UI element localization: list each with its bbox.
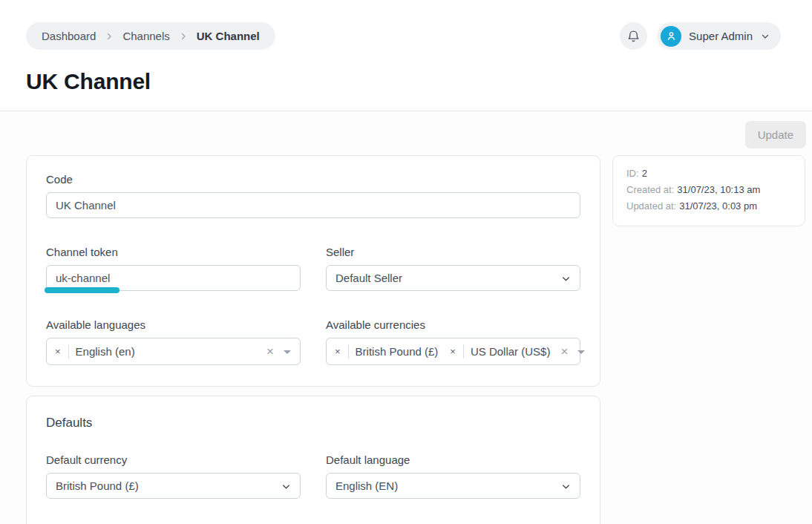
bell-icon xyxy=(626,29,641,43)
languages-currencies-row: Available languages × English (en) × xyxy=(46,318,580,365)
meta-id-label: ID: xyxy=(626,168,639,179)
dropdown-caret-icon xyxy=(284,350,291,354)
default-language-select[interactable]: English (EN) xyxy=(326,473,580,499)
token-seller-row: Channel token Seller Default Seller xyxy=(46,246,580,291)
defaults-card: Defaults Default currency British Pound … xyxy=(26,396,600,524)
meta-updated-label: Updated at: xyxy=(626,200,676,212)
main-column: Code Channel token Seller xyxy=(26,155,600,524)
language-chip: × English (en) xyxy=(53,344,135,358)
meta-created-value: 31/07/23, 10:13 am xyxy=(677,184,760,195)
channel-token-label: Channel token xyxy=(46,246,301,258)
currencies-field: Available currencies × British Pound (£)… xyxy=(326,318,580,365)
breadcrumb-channels[interactable]: Channels xyxy=(122,30,169,42)
breadcrumb-current: UK Channel xyxy=(197,30,260,42)
defaults-heading: Defaults xyxy=(46,416,580,430)
seller-field: Seller Default Seller xyxy=(326,246,580,291)
meta-id: ID:2 xyxy=(626,166,791,182)
chip-remove-button[interactable]: × xyxy=(53,347,62,356)
default-currency-field: Default currency British Pound (£) xyxy=(46,453,301,499)
token-highlight-bar xyxy=(45,287,119,293)
topbar-actions: Super Admin xyxy=(620,22,781,50)
dropdown-caret-icon xyxy=(577,350,585,354)
currencies-label: Available currencies xyxy=(326,318,580,331)
notifications-button[interactable] xyxy=(620,22,647,50)
breadcrumb-dashboard[interactable]: Dashboard xyxy=(42,30,96,42)
languages-field: Available languages × English (en) × xyxy=(46,318,301,365)
chevron-right-icon xyxy=(179,32,188,41)
meta-created: Created at:31/07/23, 10:13 am xyxy=(626,182,791,198)
person-icon xyxy=(665,30,678,42)
chevron-right-icon xyxy=(105,32,114,41)
user-name: Super Admin xyxy=(689,30,753,42)
currency-chip: × US Dollar (US$) xyxy=(448,344,550,358)
chip-remove-button[interactable]: × xyxy=(333,347,342,356)
code-label: Code xyxy=(46,173,580,186)
page-title: UK Channel xyxy=(26,69,812,94)
update-button[interactable]: Update xyxy=(745,121,806,148)
topbar: Dashboard Channels UK Channel xyxy=(0,0,812,50)
content-area: Update Code Channel token xyxy=(0,111,812,524)
meta-created-label: Created at: xyxy=(626,184,674,195)
meta-updated: Updated at:31/07/23, 0:03 pm xyxy=(626,198,791,214)
channel-form-card: Code Channel token Seller xyxy=(26,155,600,387)
languages-label: Available languages xyxy=(46,318,301,331)
default-currency-label: Default currency xyxy=(46,453,301,466)
header: Dashboard Channels UK Channel xyxy=(0,0,812,111)
default-language-field: Default language English (EN) xyxy=(326,453,580,499)
chip-remove-button[interactable]: × xyxy=(448,347,457,356)
code-field: Code xyxy=(46,173,580,218)
meta-updated-value: 31/07/23, 0:03 pm xyxy=(679,200,757,212)
chevron-down-icon xyxy=(760,31,770,42)
default-currency-select[interactable]: British Pound (£) xyxy=(46,473,301,499)
meta-id-value: 2 xyxy=(642,168,647,179)
code-input[interactable] xyxy=(46,192,580,218)
user-menu-button[interactable]: Super Admin xyxy=(657,22,781,50)
channel-detail-page: Dashboard Channels UK Channel xyxy=(0,0,812,524)
chip-divider xyxy=(348,344,349,358)
chip-divider xyxy=(68,344,69,358)
default-language-label: Default language xyxy=(326,453,580,466)
currencies-multiselect[interactable]: × British Pound (£) × US Dollar (US$) xyxy=(326,338,580,365)
chip-divider xyxy=(463,344,464,358)
chip-label: British Pound (£) xyxy=(356,345,439,358)
avatar xyxy=(661,26,681,47)
actions-bar: Update xyxy=(0,111,812,148)
defaults-row: Default currency British Pound (£) xyxy=(46,453,580,499)
breadcrumb: Dashboard Channels UK Channel xyxy=(26,22,275,50)
detail-layout: Code Channel token Seller xyxy=(0,148,812,524)
clear-all-button[interactable]: × xyxy=(560,345,568,358)
channel-token-field: Channel token xyxy=(46,246,301,291)
chip-label: English (en) xyxy=(76,345,135,358)
languages-multiselect[interactable]: × English (en) × xyxy=(46,338,301,365)
clear-all-button[interactable]: × xyxy=(266,345,274,358)
currency-chip: × British Pound (£) xyxy=(333,344,438,358)
seller-select[interactable]: Default Seller xyxy=(326,265,580,291)
entity-meta-card: ID:2 Created at:31/07/23, 10:13 am Updat… xyxy=(612,155,805,226)
seller-label: Seller xyxy=(326,246,580,258)
chip-label: US Dollar (US$) xyxy=(471,345,551,358)
